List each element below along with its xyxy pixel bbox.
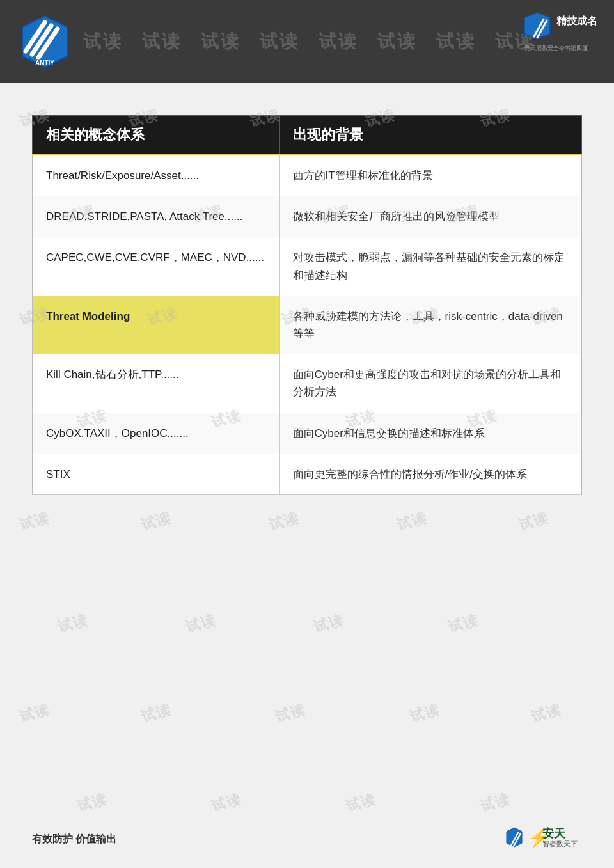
watermark-text: 试读: [311, 610, 346, 636]
header-watermark: 试读: [319, 29, 358, 54]
footer-slogan: 有效防护 价值输出: [32, 833, 116, 846]
svg-text:精技成名: 精技成名: [556, 15, 597, 26]
watermark-text: 试读: [56, 610, 90, 636]
table-cell-left: DREAD,STRIDE,PASTA, Attack Tree......: [33, 196, 279, 237]
svg-text:ANTIY: ANTIY: [35, 59, 54, 67]
footer-logo: ⚡ 安天 智者数天下: [505, 823, 582, 855]
watermark-text: 试读: [446, 610, 480, 636]
table-cell-right: 微软和相关安全厂商所推出的风险管理模型: [279, 196, 581, 237]
watermark-text: 试读: [478, 789, 512, 816]
antiy-logo-icon: ANTIY: [16, 13, 74, 70]
table-right-header: 出现的背景: [279, 116, 581, 155]
watermark-text: 试读: [17, 700, 52, 726]
watermark-text: 试读: [273, 700, 308, 726]
svg-text:安天: 安天: [542, 826, 566, 840]
table-cell-right: 西方的IT管理和标准化的背景: [279, 155, 581, 196]
table-cell-right: 面向更完整的综合性的情报分析/作业/交换的体系: [279, 454, 581, 494]
table-cell-left: CybOX,TAXII，OpenIOC.......: [33, 413, 279, 454]
svg-text:智者数天下: 智者数天下: [542, 840, 578, 848]
watermark-text: 试读: [75, 789, 109, 816]
table-cell-left: Threat Modeling: [33, 296, 279, 354]
table-row: Threat/Risk/Exposure/Asset......西方的IT管理和…: [33, 155, 581, 196]
footer-logo-icon: ⚡ 安天 智者数天下: [505, 823, 582, 855]
svg-text:奥天洞悉安全令书第四届: 奥天洞悉安全令书第四届: [524, 45, 588, 51]
table-cell-right: 对攻击模式，脆弱点，漏洞等各种基础的安全元素的标定和描述结构: [279, 237, 581, 296]
header: ANTIY 试读 试读 试读 试读 试读 试读 试读 试读 精技成名 奥天洞悉安…: [0, 0, 614, 83]
table-cell-left: Kill Chain,钻石分析,TTP......: [33, 354, 279, 413]
footer: 有效防护 价值输出 ⚡ 安天 智者数天下: [32, 823, 582, 855]
table-row: DREAD,STRIDE,PASTA, Attack Tree......微软和…: [33, 196, 581, 237]
header-watermark: 试读: [83, 29, 123, 54]
table-row: CAPEC,CWE,CVE,CVRF，MAEC，NVD......对攻击模式，脆…: [33, 237, 581, 296]
watermark-text: 试读: [529, 700, 563, 726]
table-row: CybOX,TAXII，OpenIOC.......面向Cyber和信息交换的描…: [33, 413, 581, 454]
header-watermark: 试读: [377, 29, 417, 54]
table-cell-right: 面向Cyber和更高强度的攻击和对抗的场景的分析工具和分析方法: [279, 354, 581, 413]
concept-table: 相关的概念体系 出现的背景 Threat/Risk/Exposure/Asset…: [32, 115, 582, 495]
table-cell-left: STIX: [33, 454, 279, 494]
table-row: STIX面向更完整的综合性的情报分析/作业/交换的体系: [33, 454, 581, 494]
table-cell-right: 各种威胁建模的方法论，工具，risk-centric，data-driven等等: [279, 296, 581, 354]
watermark-text: 试读: [343, 789, 378, 816]
table-left-header: 相关的概念体系: [33, 116, 279, 155]
header-watermark: 试读: [436, 29, 476, 54]
svg-marker-5: [524, 13, 550, 38]
watermark-text: 试读: [209, 789, 244, 816]
watermark-text: 试读: [139, 700, 173, 726]
header-logo: ANTIY: [10, 6, 80, 77]
brand-logo-icon: 精技成名 奥天洞悉安全令书第四届: [521, 6, 604, 58]
header-watermark: 试读: [260, 29, 299, 54]
watermark-text: 试读: [407, 700, 442, 726]
table-row: Kill Chain,钻石分析,TTP......面向Cyber和更高强度的攻击…: [33, 354, 581, 413]
table-cell-left: Threat/Risk/Exposure/Asset......: [33, 155, 279, 196]
watermark-text: 试读: [184, 610, 218, 636]
table-cell-right: 面向Cyber和信息交换的描述和标准体系: [279, 413, 581, 454]
header-brand: 精技成名 奥天洞悉安全令书第四届: [521, 6, 604, 60]
main-content: 相关的概念体系 出现的背景 Threat/Risk/Exposure/Asset…: [0, 83, 614, 514]
table-cell-left: CAPEC,CWE,CVE,CVRF，MAEC，NVD......: [33, 237, 279, 296]
header-watermark: 试读: [142, 29, 182, 54]
table-row: Threat Modeling各种威胁建模的方法论，工具，risk-centri…: [33, 296, 581, 354]
header-watermark: 试读: [201, 29, 240, 54]
